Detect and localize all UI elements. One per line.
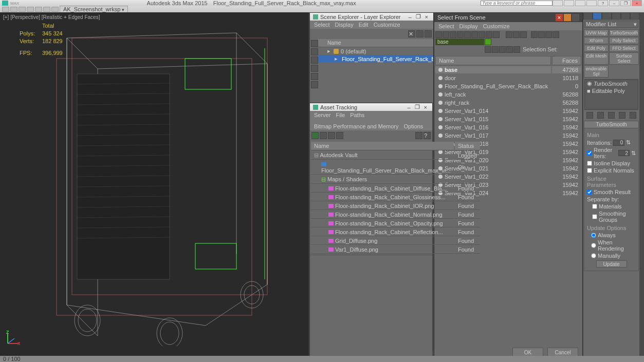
menu-select[interactable]: Select	[438, 23, 454, 29]
tool-icon[interactable]	[425, 30, 432, 37]
col-name[interactable]: Name	[311, 142, 454, 150]
tool-icon[interactable]	[499, 46, 506, 53]
object-row[interactable]: Server_Var1_01615942	[435, 124, 581, 131]
show-end-result-icon[interactable]	[597, 112, 604, 119]
utilities-tab-icon[interactable]	[630, 12, 639, 20]
viewport[interactable]: [+] [Perspective] [Realistic + Edged Fac…	[0, 12, 309, 361]
tool-icon[interactable]	[492, 46, 499, 53]
menu-edit[interactable]: Edit	[359, 22, 369, 28]
update-manually-radio[interactable]	[591, 253, 596, 258]
filter-icon[interactable]	[464, 31, 471, 38]
stack-item-turbosmooth[interactable]: ◉ TurboSmooth	[585, 80, 638, 87]
tool-icon[interactable]	[545, 31, 552, 38]
filter-icon[interactable]	[479, 31, 485, 38]
iterations-spinner[interactable]	[613, 140, 624, 146]
tool-icon[interactable]	[320, 132, 327, 139]
menu-options[interactable]: Options	[403, 123, 423, 129]
object-row[interactable]: Server_Var1_01715942	[435, 132, 581, 139]
tool-icon[interactable]	[538, 31, 545, 38]
view-icon[interactable]	[513, 31, 520, 38]
spinner-arrows-icon[interactable]: ⇅	[631, 150, 636, 157]
filter-icon[interactable]	[435, 31, 442, 38]
render-iters-checkbox[interactable]	[587, 150, 592, 156]
modifier-preset-button[interactable]: Edit Poly	[584, 45, 609, 52]
col-name[interactable]: Name	[435, 56, 551, 65]
close-icon[interactable]: ×	[556, 14, 563, 21]
box-icon[interactable]: ■	[587, 88, 591, 94]
tool-icon[interactable]	[328, 132, 335, 139]
isoline-checkbox[interactable]	[587, 161, 592, 166]
menu-file[interactable]: File	[336, 112, 345, 118]
delete-icon[interactable]: ✕	[408, 30, 415, 37]
tool-icon[interactable]	[553, 0, 563, 6]
update-always-radio[interactable]	[591, 233, 596, 238]
asset-row[interactable]: Floor-standing_Rack_Cabinet_Normal.pngFo…	[311, 211, 480, 219]
minimize-icon[interactable]: –	[406, 14, 413, 20]
asset-tracking-titlebar[interactable]: Asset Tracking – ❐ ×	[310, 103, 432, 111]
modifier-preset-button[interactable]: Poly Select	[609, 37, 639, 44]
asset-row[interactable]: Floor-standing_Rack_Cabinet_IOR.pngFound	[311, 202, 480, 210]
asset-row[interactable]: Floor-standing_Rack_Cabinet_Reflection..…	[311, 228, 480, 236]
col-faces[interactable]: Faces	[552, 56, 581, 65]
display-geometry-icon[interactable]	[311, 48, 318, 55]
asset-row[interactable]: Floor-standing_Rack_Cabinet_Opacity.pngF…	[311, 220, 480, 227]
menu-paths[interactable]: Paths	[350, 112, 364, 118]
materials-checkbox[interactable]	[592, 204, 597, 209]
menu-customize[interactable]: Customize	[374, 22, 400, 28]
close-icon[interactable]: ×	[422, 104, 429, 110]
configure-sets-icon[interactable]	[630, 112, 636, 119]
object-row[interactable]: door10118	[435, 74, 581, 82]
menu-bitmap[interactable]: Bitmap Performance and Memory	[314, 123, 398, 129]
modifier-preset-button[interactable]: enderable Spl	[584, 65, 609, 78]
display-helpers-icon[interactable]	[311, 81, 318, 88]
menu-display[interactable]: Display	[335, 22, 354, 28]
tool-icon[interactable]	[553, 31, 559, 38]
modifier-preset-button[interactable]: TurboSmooth	[609, 29, 639, 36]
help-search-input[interactable]	[481, 1, 553, 6]
asset-row[interactable]: Floor_Standing_Full_Server_Rack_Black_ma…	[311, 161, 480, 175]
asset-row[interactable]: Var1_Diffuse.pngFound	[311, 246, 480, 254]
tool-icon[interactable]	[531, 31, 538, 38]
help-icon[interactable]: ?	[598, 0, 608, 6]
sfs-titlebar[interactable]: Select From Scene ×	[434, 13, 582, 22]
modifier-preset-button[interactable]: XForm	[584, 37, 609, 44]
workspace-tab[interactable]: AK_Screenshot_wrksp ▾	[60, 6, 128, 13]
menu-select[interactable]: Select	[314, 22, 330, 28]
asset-table[interactable]: Name Status ⊟ Autodesk VaultLoggedFloor_…	[310, 141, 481, 255]
modify-tab-icon[interactable]	[593, 12, 602, 20]
hierarchy-tab-icon[interactable]	[602, 12, 611, 20]
maximize-icon[interactable]: ❐	[413, 104, 422, 110]
gear-icon[interactable]	[572, 14, 579, 21]
asset-row[interactable]: ⊟ Maps / Shaders	[311, 176, 480, 184]
expand-icon[interactable]: ▸	[335, 55, 338, 62]
object-row[interactable]: Floor_Standing_Full_Server_Rack_Black0	[435, 83, 581, 90]
view-icon[interactable]	[506, 31, 512, 38]
modifier-preset-button[interactable]: UVW Map	[584, 29, 609, 36]
tree-row[interactable]: ▸Floor_Standing_Full_Server_Rack_Black	[318, 55, 433, 63]
modifier-stack[interactable]: ◉ TurboSmooth ■ Editable Poly	[584, 79, 638, 110]
modifier-list-combo[interactable]: Modifier List▾	[584, 21, 638, 28]
search-go-icon[interactable]	[485, 39, 491, 45]
explicit-normals-checkbox[interactable]	[587, 168, 592, 173]
motion-tab-icon[interactable]	[612, 12, 621, 20]
minimize-icon[interactable]: –	[405, 104, 412, 110]
object-row[interactable]: right_rack56288	[435, 99, 581, 106]
smoothing-groups-checkbox[interactable]	[592, 214, 597, 219]
asset-row[interactable]: Floor-standing_Rack_Cabinet_Diffuse_Bla.…	[311, 185, 480, 193]
new-icon[interactable]	[10, 7, 17, 12]
asset-row[interactable]: ⊟ Autodesk VaultLogged	[311, 151, 480, 160]
sfs-search-input[interactable]	[435, 39, 484, 45]
tool-icon[interactable]	[415, 132, 422, 139]
filter-icon[interactable]	[493, 31, 500, 38]
viewport-label[interactable]: [+] [Perspective] [Realistic + Edged Fac…	[3, 14, 100, 20]
redo-icon[interactable]	[43, 7, 50, 12]
help-icon[interactable]: ?	[424, 132, 431, 139]
display-tab-icon[interactable]	[621, 12, 630, 20]
filter-icon[interactable]	[450, 31, 456, 38]
update-rendering-radio[interactable]	[591, 243, 596, 248]
tool-icon[interactable]	[586, 0, 597, 6]
tool-icon[interactable]	[564, 0, 574, 6]
tool-icon[interactable]	[506, 46, 513, 53]
display-cameras-icon[interactable]	[311, 73, 318, 80]
tool-icon[interactable]	[336, 132, 343, 139]
